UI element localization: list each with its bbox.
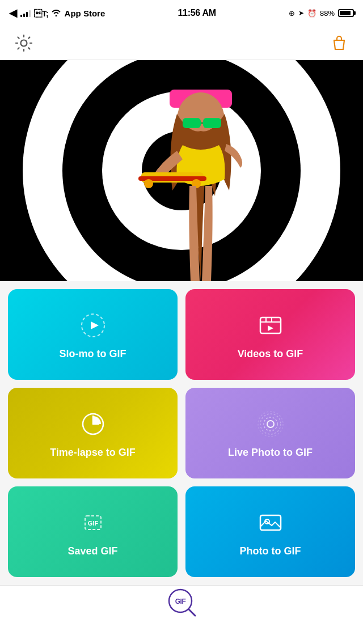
battery-indicator <box>338 9 354 17</box>
hero-image <box>0 60 363 281</box>
feature-grid: Slo-mo to GIF Videos to GIF Time-l <box>0 281 363 585</box>
svg-marker-17 <box>268 325 273 331</box>
status-right: ⊕ ➤ ⏰ 88% <box>289 9 354 18</box>
svg-point-9 <box>144 179 153 188</box>
location-icon: ⊕ <box>289 9 295 18</box>
photogif-label: Photo to GIF <box>240 545 301 557</box>
settings-button[interactable] <box>11 31 36 56</box>
savedgif-label: Saved GIF <box>67 545 117 557</box>
svg-rect-13 <box>260 317 281 333</box>
slomo-button[interactable]: Slo-mo to GIF <box>8 289 178 380</box>
location-arrow-icon: ➤ <box>298 9 304 17</box>
back-arrow-icon: ◀ <box>9 7 17 19</box>
livephoto-button[interactable]: Live Photo to GIF <box>185 388 355 478</box>
videos-button[interactable]: Videos to GIF <box>185 289 355 380</box>
bottom-bar: GIF <box>0 585 363 619</box>
nav-bar <box>0 26 363 60</box>
cart-button[interactable] <box>327 31 352 56</box>
carrier-label: App Store <box>65 9 105 18</box>
photogif-button[interactable]: Photo to GIF <box>185 486 355 577</box>
svg-rect-4 <box>183 118 201 128</box>
photo-icon <box>255 507 286 539</box>
svg-text:GIF: GIF <box>87 520 98 527</box>
svg-point-20 <box>264 417 277 431</box>
signal-bars <box>20 9 31 17</box>
battery-label: 88% <box>320 9 335 18</box>
svg-marker-12 <box>91 321 99 329</box>
timelapse-icon <box>77 408 109 440</box>
livephoto-icon <box>255 408 286 440</box>
alarm-icon: ⏰ <box>307 9 316 18</box>
savedgif-button[interactable]: GIF Saved GIF <box>8 486 178 577</box>
saved-gif-icon: GIF <box>77 507 109 539</box>
timelapse-label: Time-lapse to GIF <box>50 447 136 459</box>
svg-point-19 <box>267 421 274 427</box>
livephoto-label: Live Photo to GIF <box>228 447 313 459</box>
wifi-icon: T; <box>34 9 61 18</box>
videos-label: Videos to GIF <box>238 348 303 360</box>
gif-search-button[interactable]: GIF <box>164 586 199 619</box>
status-time: 11:56 AM <box>178 8 216 18</box>
video-icon <box>255 310 286 341</box>
svg-rect-5 <box>203 118 221 128</box>
svg-point-22 <box>258 412 283 437</box>
svg-rect-25 <box>260 515 281 530</box>
slomo-label: Slo-mo to GIF <box>60 348 126 360</box>
svg-point-0 <box>21 40 27 46</box>
slo-mo-icon <box>77 310 109 341</box>
svg-text:GIF: GIF <box>175 598 186 605</box>
timelapse-button[interactable]: Time-lapse to GIF <box>8 388 178 478</box>
hero-person <box>104 66 297 281</box>
svg-line-29 <box>189 609 195 616</box>
status-left: ◀ T; App Store <box>9 7 105 19</box>
status-bar: ◀ T; App Store 11:56 AM ⊕ ➤ ⏰ 88% <box>0 0 363 26</box>
